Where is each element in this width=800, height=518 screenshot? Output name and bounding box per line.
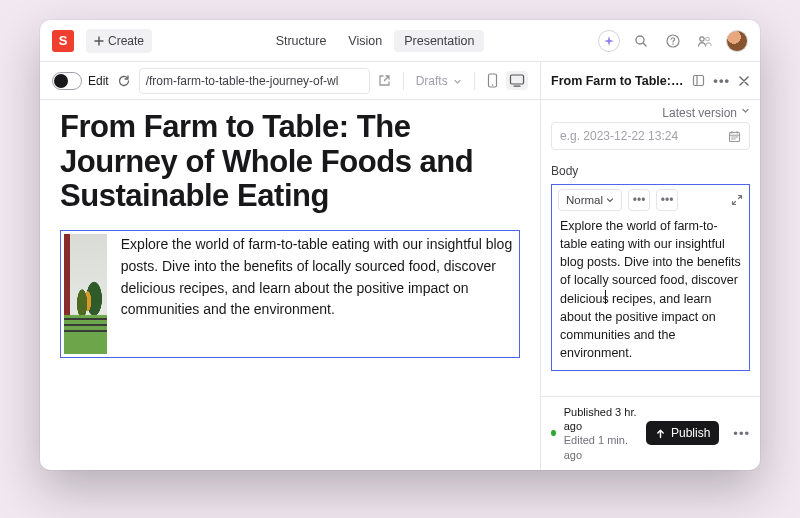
publish-label: Publish: [671, 426, 710, 440]
publish-button[interactable]: Publish: [646, 421, 719, 445]
edit-label: Edit: [88, 74, 109, 88]
chevron-down-icon: [741, 106, 750, 120]
app-window: S Create Structure Vision Presentation: [40, 20, 760, 470]
image-detail: [64, 318, 107, 320]
search-icon[interactable]: [630, 30, 652, 52]
panel-more-icon[interactable]: •••: [713, 73, 730, 88]
status-dot-icon: [551, 430, 556, 436]
editor-pane: Edit /from-farm-to-table-the-journey-of-…: [40, 62, 540, 470]
nav-tab-structure[interactable]: Structure: [266, 30, 337, 52]
style-dropdown[interactable]: Normal: [558, 189, 622, 211]
text-caret: [605, 290, 606, 304]
calendar-icon: [728, 130, 741, 143]
inspector-panel: From Farm to Table: The Jou… ••• Latest …: [540, 62, 760, 470]
status-text: Published 3 hr. ago Edited 1 min. ago: [564, 405, 638, 462]
app-header: S Create Structure Vision Presentation: [40, 20, 760, 62]
slug-input[interactable]: /from-farm-to-table-the-journey-of-wl: [139, 68, 370, 94]
divider: [403, 72, 404, 90]
assist-icon[interactable]: [598, 30, 620, 52]
refresh-icon[interactable]: [117, 74, 131, 88]
status-secondary: Edited 1 min. ago: [564, 433, 638, 462]
svg-point-4: [706, 37, 710, 41]
rich-editor-toolbar: Normal ••• •••: [552, 185, 749, 215]
plus-icon: [94, 36, 104, 46]
device-desktop-icon[interactable]: [506, 71, 528, 90]
date-input[interactable]: e.g. 2023-12-22 13:24: [551, 122, 750, 150]
version-selector[interactable]: Latest version: [541, 100, 760, 122]
edit-toggle[interactable]: [52, 72, 82, 90]
svg-point-3: [700, 36, 704, 40]
panel-footer: Published 3 hr. ago Edited 1 min. ago Pu…: [541, 396, 760, 470]
status-primary: Published 3 hr. ago: [564, 405, 638, 434]
presence-icon[interactable]: [694, 30, 716, 52]
date-placeholder: e.g. 2023-12-22 13:24: [560, 129, 678, 143]
create-label: Create: [108, 34, 144, 48]
chevron-down-icon: [606, 196, 614, 204]
svg-point-2: [672, 43, 674, 45]
body-editor-text[interactable]: Explore the world of farm-to-table eatin…: [552, 215, 749, 370]
panel-header: From Farm to Table: The Jou… •••: [541, 62, 760, 100]
article-title: From Farm to Table: The Journey of Whole…: [60, 110, 520, 214]
chevron-down-icon: [453, 77, 462, 86]
hero-image[interactable]: [64, 234, 107, 354]
panel-layout-icon[interactable]: [692, 74, 705, 87]
editor-toolbar: Edit /from-farm-to-table-the-journey-of-…: [40, 62, 540, 100]
open-link-icon[interactable]: [378, 74, 391, 87]
body-field-label: Body: [551, 164, 750, 178]
nav-tab-presentation[interactable]: Presentation: [394, 30, 484, 52]
user-avatar[interactable]: [726, 30, 748, 52]
toolbar-more-2[interactable]: •••: [656, 189, 678, 211]
slug-value: /from-farm-to-table-the-journey-of-wl: [146, 74, 339, 88]
workspace: Edit /from-farm-to-table-the-journey-of-…: [40, 62, 760, 470]
editor-body[interactable]: From Farm to Table: The Journey of Whole…: [40, 100, 540, 470]
footer-more-icon[interactable]: •••: [733, 426, 750, 441]
body-block-selected[interactable]: Explore the world of farm-to-table eatin…: [60, 230, 520, 358]
panel-content: e.g. 2023-12-22 13:24 Body Normal: [541, 122, 760, 396]
header-actions: [598, 30, 748, 52]
expand-icon[interactable]: [731, 194, 743, 206]
panel-title: From Farm to Table: The Jou…: [551, 74, 684, 88]
article-body-text: Explore the world of farm-to-table eatin…: [121, 234, 516, 354]
close-icon[interactable]: [738, 75, 750, 87]
top-nav: Structure Vision Presentation: [266, 30, 485, 52]
divider: [474, 72, 475, 90]
drafts-dropdown[interactable]: Drafts: [416, 74, 462, 88]
device-mobile-icon[interactable]: [487, 73, 498, 88]
toolbar-more-1[interactable]: •••: [628, 189, 650, 211]
nav-tab-vision[interactable]: Vision: [338, 30, 392, 52]
help-icon[interactable]: [662, 30, 684, 52]
publish-icon: [655, 428, 666, 439]
svg-point-6: [492, 84, 494, 86]
body-rich-editor[interactable]: Normal ••• ••• Explore the w: [551, 184, 750, 371]
svg-rect-7: [511, 75, 524, 84]
svg-rect-8: [694, 76, 704, 86]
create-button[interactable]: Create: [86, 29, 152, 53]
app-logo[interactable]: S: [52, 30, 74, 52]
edit-toggle-group: Edit: [52, 72, 109, 90]
